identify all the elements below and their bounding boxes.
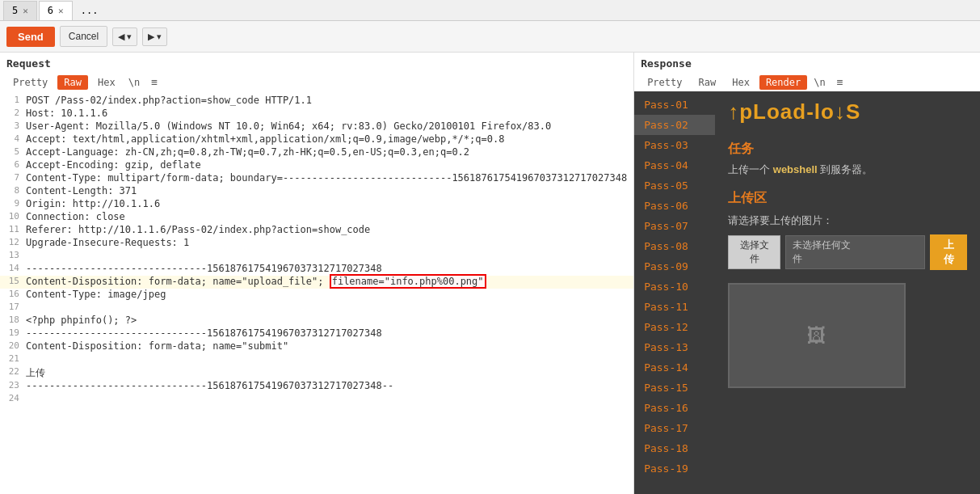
pass-item-pass16[interactable]: Pass-16 bbox=[634, 398, 715, 418]
request-line-6: 6Accept-Encoding: gzip, deflate bbox=[0, 159, 633, 172]
response-panel: Response Pretty Raw Hex Render \n ≡ Pass… bbox=[634, 53, 980, 494]
tab-6-label: 6 bbox=[48, 5, 53, 16]
nav-forward-button[interactable]: ▶ ▾ bbox=[142, 27, 167, 46]
menu-icon[interactable]: ≡ bbox=[146, 74, 162, 90]
broken-image-icon: 🖼 bbox=[807, 324, 826, 347]
resp-menu-icon[interactable]: ≡ bbox=[832, 74, 848, 90]
upload-button[interactable]: 上传 bbox=[930, 234, 967, 270]
tab-6-close[interactable]: ✕ bbox=[58, 6, 64, 16]
send-button[interactable]: Send bbox=[6, 27, 55, 47]
pass-item-pass08[interactable]: Pass-08 bbox=[634, 236, 715, 256]
pass-item-pass07[interactable]: Pass-07 bbox=[634, 216, 715, 236]
request-line-15: 15Content-Disposition: form-data; name="… bbox=[0, 276, 633, 289]
choose-file-button[interactable]: 选择文件 bbox=[728, 235, 780, 269]
pass-item-pass19[interactable]: Pass-19 bbox=[634, 458, 715, 479]
pass-item-pass09[interactable]: Pass-09 bbox=[634, 256, 715, 277]
upload-desc: 请选择要上传的图片： bbox=[728, 213, 967, 228]
tab-more-label: ... bbox=[81, 5, 99, 16]
highlighted-filename: filename="info.php%00.png" bbox=[330, 274, 486, 289]
request-line-22: 22上传 bbox=[0, 366, 633, 380]
request-panel: Request Pretty Raw Hex \n ≡ 1POST /Pass-… bbox=[0, 53, 634, 494]
pass-item-pass11[interactable]: Pass-11 bbox=[634, 297, 715, 317]
request-line-7: 7Content-Type: multipart/form-data; boun… bbox=[0, 172, 633, 185]
upload-labs-title: ↑pLoad-lo↓S bbox=[728, 99, 967, 125]
no-file-text: 未选择任何文件 bbox=[785, 235, 925, 269]
request-line-17: 17 bbox=[0, 302, 633, 315]
upload-section: 上传区 请选择要上传的图片： 选择文件 未选择任何文件 上传 bbox=[728, 190, 967, 270]
resp-tab-raw[interactable]: Raw bbox=[692, 75, 723, 90]
request-line-3: 3User-Agent: Mozilla/5.0 (Windows NT 10.… bbox=[0, 120, 633, 133]
resp-tab-pretty[interactable]: Pretty bbox=[641, 75, 688, 90]
task-section: 任务 上传一个 webshell 到服务器。 bbox=[728, 141, 967, 177]
task-webshell: webshell bbox=[773, 163, 818, 175]
pass-item-pass17[interactable]: Pass-17 bbox=[634, 418, 715, 438]
request-line-21: 21 bbox=[0, 353, 633, 366]
pass-item-pass15[interactable]: Pass-15 bbox=[634, 378, 715, 398]
request-line-24: 24 bbox=[0, 393, 633, 406]
response-tabs: Pretty Raw Hex Render \n ≡ bbox=[634, 73, 980, 91]
pass-item-pass05[interactable]: Pass-05 bbox=[634, 175, 715, 196]
tab-newline[interactable]: \n bbox=[125, 75, 143, 90]
request-line-2: 2Host: 10.1.1.6 bbox=[0, 108, 633, 120]
request-line-16: 16Content-Type: image/jpeg bbox=[0, 289, 633, 302]
resp-tab-render[interactable]: Render bbox=[759, 75, 807, 90]
response-content: Pass-01Pass-02Pass-03Pass-04Pass-05Pass-… bbox=[634, 91, 980, 494]
resp-tab-hex[interactable]: Hex bbox=[726, 75, 756, 90]
response-sidebar: Pass-01Pass-02Pass-03Pass-04Pass-05Pass-… bbox=[634, 91, 715, 494]
pass-item-pass02[interactable]: Pass-02 bbox=[634, 115, 715, 135]
pass-item-pass06[interactable]: Pass-06 bbox=[634, 196, 715, 216]
request-line-4: 4Accept: text/html,application/xhtml+xml… bbox=[0, 133, 633, 146]
upload-row: 选择文件 未选择任何文件 上传 bbox=[728, 234, 967, 270]
pass-item-pass03[interactable]: Pass-03 bbox=[634, 135, 715, 155]
tabs-bar: 5 ✕ 6 ✕ ... bbox=[0, 0, 980, 21]
response-main: ↑pLoad-lo↓S 任务 上传一个 webshell 到服务器。 上传区 请… bbox=[715, 91, 980, 494]
upload-label: 上传区 bbox=[728, 190, 967, 207]
pass-item-pass14[interactable]: Pass-14 bbox=[634, 357, 715, 378]
cancel-button[interactable]: Cancel bbox=[60, 26, 107, 47]
task-label: 任务 bbox=[728, 141, 967, 158]
pass-item-pass13[interactable]: Pass-13 bbox=[634, 337, 715, 357]
toolbar: Send Cancel ◀ ▾ ▶ ▾ bbox=[0, 21, 980, 53]
request-body: 1POST /Pass-02/index.php?action=show_cod… bbox=[0, 91, 633, 494]
pass-item-pass12[interactable]: Pass-12 bbox=[634, 317, 715, 337]
task-text-post: 到服务器。 bbox=[818, 163, 873, 175]
tab-5[interactable]: 5 ✕ bbox=[3, 1, 37, 20]
request-line-13: 13 bbox=[0, 250, 633, 263]
tab-raw[interactable]: Raw bbox=[57, 75, 88, 90]
pass-item-pass18[interactable]: Pass-18 bbox=[634, 438, 715, 458]
tab-pretty[interactable]: Pretty bbox=[6, 75, 54, 90]
request-line-9: 9Origin: http://10.1.1.6 bbox=[0, 198, 633, 211]
request-line-11: 11Referer: http://10.1.1.6/Pass-02/index… bbox=[0, 224, 633, 237]
request-line-12: 12Upgrade-Insecure-Requests: 1 bbox=[0, 237, 633, 250]
request-line-10: 10Connection: close bbox=[0, 211, 633, 224]
request-line-18: 18<?php phpinfo(); ?> bbox=[0, 315, 633, 327]
request-line-1: 1POST /Pass-02/index.php?action=show_cod… bbox=[0, 95, 633, 108]
pass-item-pass01[interactable]: Pass-01 bbox=[634, 95, 715, 115]
request-tabs: Pretty Raw Hex \n ≡ bbox=[0, 73, 633, 91]
tab-hex[interactable]: Hex bbox=[91, 75, 122, 90]
request-line-23: 23-------------------------------1561876… bbox=[0, 380, 633, 393]
nav-back-button[interactable]: ◀ ▾ bbox=[112, 27, 137, 46]
preview-box: 🖼 bbox=[728, 283, 906, 388]
tab-more[interactable]: ... bbox=[74, 2, 105, 19]
tab-6[interactable]: 6 ✕ bbox=[39, 1, 73, 20]
pass-item-pass10[interactable]: Pass-10 bbox=[634, 277, 715, 297]
request-line-5: 5Accept-Language: zh-CN,zh;q=0.8,zh-TW;q… bbox=[0, 146, 633, 159]
request-line-14: 14-------------------------------1561876… bbox=[0, 263, 633, 276]
request-line-8: 8Content-Length: 371 bbox=[0, 185, 633, 198]
tab-5-close[interactable]: ✕ bbox=[23, 6, 28, 16]
request-line-20: 20Content-Disposition: form-data; name="… bbox=[0, 340, 633, 353]
pass-item-pass04[interactable]: Pass-04 bbox=[634, 155, 715, 175]
task-text-pre: 上传一个 bbox=[728, 163, 773, 175]
task-text: 上传一个 webshell 到服务器。 bbox=[728, 163, 967, 177]
main-container: Request Pretty Raw Hex \n ≡ 1POST /Pass-… bbox=[0, 53, 980, 494]
request-line-19: 19-------------------------------1561876… bbox=[0, 327, 633, 340]
resp-tab-newline[interactable]: \n bbox=[810, 75, 828, 90]
response-header: Response bbox=[634, 53, 980, 73]
tab-5-label: 5 bbox=[12, 5, 18, 16]
request-header: Request bbox=[0, 53, 633, 73]
